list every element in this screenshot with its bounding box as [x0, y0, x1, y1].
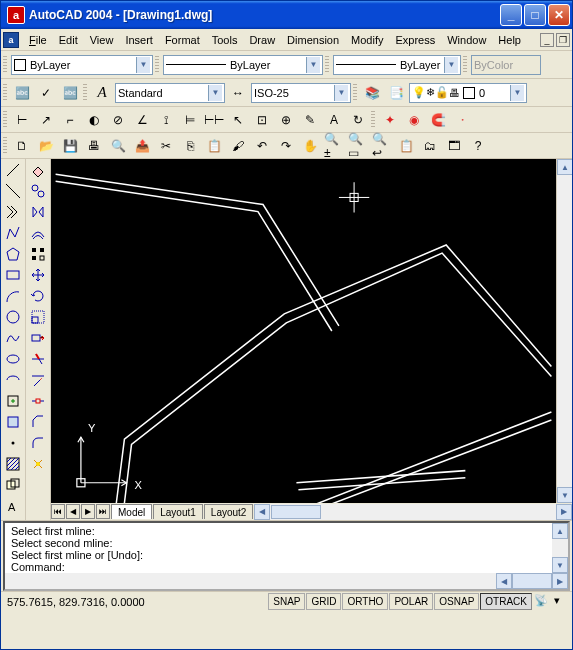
toolbar-grip[interactable] — [463, 56, 467, 74]
arc-button[interactable] — [1, 285, 25, 306]
tab-model[interactable]: Model — [111, 504, 152, 519]
lineweight-dropdown[interactable]: ByLayer ▼ — [333, 55, 461, 75]
text-button[interactable]: A — [1, 495, 25, 516]
dim-diameter-button[interactable]: ⊘ — [107, 109, 129, 131]
match-button[interactable]: 🖌 — [227, 135, 249, 157]
osnap-settings-button[interactable]: 🧲 — [427, 109, 449, 131]
stretch-button[interactable] — [26, 327, 50, 348]
command-horizontal-scrollbar[interactable]: ◀ ▶ — [5, 573, 568, 589]
dim-leader-button[interactable]: ↖ — [227, 109, 249, 131]
toolbar-grip[interactable] — [3, 84, 7, 102]
menu-view[interactable]: View — [84, 32, 120, 48]
mdi-minimize-button[interactable]: _ — [540, 33, 554, 47]
scrollbar-thumb[interactable] — [271, 505, 321, 519]
toolbar-grip[interactable] — [353, 84, 357, 102]
status-grid-button[interactable]: GRID — [306, 593, 341, 610]
command-window[interactable]: Select first mline: Select second mline:… — [3, 521, 570, 591]
menu-insert[interactable]: Insert — [119, 32, 159, 48]
tab-next-button[interactable]: ▶ — [81, 504, 95, 519]
scale-button[interactable] — [26, 306, 50, 327]
scroll-down-icon[interactable]: ▼ — [557, 487, 573, 503]
toolbar-grip[interactable] — [83, 84, 87, 102]
make-block-button[interactable] — [1, 411, 25, 432]
designcenter-button[interactable]: 🗂 — [419, 135, 441, 157]
insert-block-button[interactable] — [1, 390, 25, 411]
circle-button[interactable] — [1, 306, 25, 327]
ellipse-arc-button[interactable] — [1, 369, 25, 390]
polyline-button[interactable] — [1, 222, 25, 243]
tab-layout1[interactable]: Layout1 — [153, 504, 203, 519]
scroll-down-icon[interactable]: ▼ — [552, 557, 568, 573]
osnap-temp-button[interactable]: ◉ — [403, 109, 425, 131]
save-button[interactable]: 💾 — [59, 135, 81, 157]
explode-button[interactable] — [26, 453, 50, 474]
tray-comm-icon[interactable]: 📡 — [534, 594, 550, 610]
find-text-button-3[interactable]: 🔤 — [59, 82, 81, 104]
dim-radius-button[interactable]: ◐ — [83, 109, 105, 131]
status-snap-button[interactable]: SNAP — [268, 593, 305, 610]
copy-obj-button[interactable] — [26, 180, 50, 201]
layers-icon[interactable]: 📚 — [361, 82, 383, 104]
plot-button[interactable]: 🖶 — [83, 135, 105, 157]
dim-linear-button[interactable]: ⊢ — [11, 109, 33, 131]
tray-menu-icon[interactable]: ▾ — [554, 594, 570, 610]
menu-tools[interactable]: Tools — [206, 32, 244, 48]
zoom-prev-button[interactable]: 🔍↩ — [371, 135, 393, 157]
rotate-button[interactable] — [26, 285, 50, 306]
menu-express[interactable]: Express — [389, 32, 441, 48]
array-button[interactable] — [26, 243, 50, 264]
cut-button[interactable]: ✂ — [155, 135, 177, 157]
toolbar-grip[interactable] — [325, 56, 329, 74]
find-text-button[interactable]: 🔤 — [11, 82, 33, 104]
toolbar-grip[interactable] — [155, 56, 159, 74]
break-button[interactable] — [26, 390, 50, 411]
close-button[interactable]: ✕ — [548, 4, 570, 26]
color-dropdown[interactable]: ByLayer ▼ — [11, 55, 153, 75]
scrollbar-thumb[interactable] — [512, 573, 552, 589]
menu-help[interactable]: Help — [492, 32, 527, 48]
find-text-button-2[interactable]: ✓ — [35, 82, 57, 104]
drawing-canvas[interactable]: Y X — [51, 159, 556, 503]
new-button[interactable]: 🗋 — [11, 135, 33, 157]
text-style-icon[interactable]: A — [91, 82, 113, 104]
pan-button[interactable]: ✋ — [299, 135, 321, 157]
menu-edit[interactable]: Edit — [53, 32, 84, 48]
dim-ordinate-button[interactable]: ⌐ — [59, 109, 81, 131]
dim-update-button[interactable]: ↻ — [347, 109, 369, 131]
dim-continue-button[interactable]: ⊢⊢ — [203, 109, 225, 131]
tab-prev-button[interactable]: ◀ — [66, 504, 80, 519]
undo-button[interactable]: ↶ — [251, 135, 273, 157]
toolbar-grip[interactable] — [3, 56, 7, 74]
region-button[interactable] — [1, 474, 25, 495]
polygon-button[interactable] — [1, 243, 25, 264]
dim-style-icon[interactable]: ↔ — [227, 82, 249, 104]
dim-quick-button[interactable]: ⟟ — [155, 109, 177, 131]
tab-last-button[interactable]: ⏭ — [96, 504, 110, 519]
move-button[interactable] — [26, 264, 50, 285]
osnap-button[interactable]: ✦ — [379, 109, 401, 131]
hatch-button[interactable] — [1, 453, 25, 474]
toolpalettes-button[interactable]: 🗔 — [443, 135, 465, 157]
trim-button[interactable] — [26, 348, 50, 369]
doc-icon[interactable]: a — [3, 32, 19, 48]
scroll-left-icon[interactable]: ◀ — [496, 573, 512, 589]
minimize-button[interactable]: _ — [500, 4, 522, 26]
menu-modify[interactable]: Modify — [345, 32, 389, 48]
paste-button[interactable]: 📋 — [203, 135, 225, 157]
toolbar-grip[interactable] — [3, 111, 7, 129]
menu-format[interactable]: Format — [159, 32, 206, 48]
preview-button[interactable]: 🔍 — [107, 135, 129, 157]
status-otrack-button[interactable]: OTRACK — [480, 593, 532, 610]
chamfer-button[interactable] — [26, 411, 50, 432]
dim-angular-button[interactable]: ∠ — [131, 109, 153, 131]
dim-aligned-button[interactable]: ↗ — [35, 109, 57, 131]
toolbar-grip[interactable] — [3, 137, 7, 155]
mdi-restore-button[interactable]: ❐ — [556, 33, 570, 47]
dim-edit-button[interactable]: ✎ — [299, 109, 321, 131]
scroll-right-icon[interactable]: ▶ — [552, 573, 568, 589]
command-vertical-scrollbar[interactable]: ▲ ▼ — [552, 523, 568, 573]
copy-button[interactable]: ⎘ — [179, 135, 201, 157]
scroll-right-icon[interactable]: ▶ — [556, 504, 572, 520]
text-style-dropdown[interactable]: Standard ▼ — [115, 83, 225, 103]
scroll-up-icon[interactable]: ▲ — [552, 523, 568, 539]
